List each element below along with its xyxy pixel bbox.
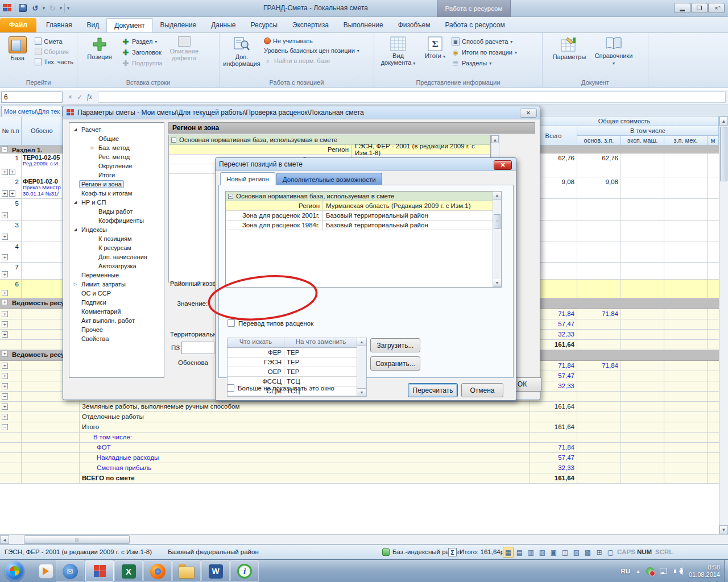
vertical-scrollbar[interactable]: ▲ ▼ (719, 117, 728, 534)
zagolovok-button[interactable]: ✚Заголовок (122, 48, 163, 56)
view-mode-icon[interactable]: ▤ (514, 547, 525, 558)
view-mode-icon[interactable]: ▦ (503, 547, 514, 558)
tree-item[interactable]: Баз. метод (69, 143, 164, 152)
scroll-up-icon[interactable]: ▲ (493, 192, 501, 199)
ribbon-tab[interactable]: Документ (106, 18, 152, 32)
tree-item[interactable]: Лимит. затраты (69, 280, 164, 289)
replace-column-header[interactable]: На что заменить (284, 338, 357, 347)
tree-item[interactable]: Виды работ (69, 207, 164, 216)
position-button[interactable]: Позиция (81, 35, 118, 78)
confirm-entry-icon[interactable]: ✓ (77, 93, 82, 101)
references-button[interactable]: Справочники ▾ (592, 35, 636, 78)
scroll-up-icon[interactable]: ▲ (719, 117, 728, 126)
grid-group-row[interactable]: − Основная нормативная база, используема… (226, 192, 501, 201)
undo-icon[interactable]: ↺ (30, 3, 40, 13)
tree-item[interactable]: Прочее (69, 325, 164, 334)
view-mode-icon[interactable]: ▨ (571, 547, 582, 558)
tray-expand-icon[interactable]: ▲ (636, 569, 640, 574)
tree-item[interactable]: Доп. начисления (69, 252, 164, 261)
recalc-dialog-titlebar[interactable]: Пересчет позиций в смете (216, 158, 516, 171)
expand-icon[interactable]: + (2, 311, 8, 317)
table-row[interactable]: − Итого 161,64 (0, 422, 719, 433)
tech-part-button[interactable]: Тех. часть (35, 58, 73, 65)
expand-icon[interactable]: + (2, 271, 8, 277)
extra-info-button[interactable]: Доп. информация (223, 35, 260, 78)
tree-item[interactable]: Коэффициенты (69, 216, 164, 225)
base-button[interactable]: База (3, 35, 31, 78)
view-mode-icon[interactable]: ▩ (582, 547, 593, 558)
ignore-button[interactable]: Не учитывать (264, 38, 359, 44)
base-price-level-button[interactable]: Уровень базисных цен позиции▾ (264, 47, 359, 54)
maximize-button[interactable] (691, 3, 708, 13)
horizontal-scrollbar[interactable]: ◄ ||| (0, 534, 728, 544)
tree-item[interactable]: Свойства (69, 334, 164, 343)
document-view-button[interactable]: Вид документа ▾ (378, 35, 419, 78)
razdel-button[interactable]: ✚Раздел▾ (122, 38, 163, 45)
table-scrollbar[interactable]: ▲ ▼ (357, 338, 366, 396)
tree-item[interactable]: Коэф-ты к итогам (69, 189, 164, 198)
cancel-entry-icon[interactable]: × (68, 93, 72, 101)
save-button[interactable]: Сохранить... (370, 356, 420, 371)
network-icon[interactable] (660, 568, 668, 575)
ribbon-tab[interactable]: Работа с ресурсом (437, 18, 512, 32)
expand-icon[interactable]: − (2, 393, 8, 400)
translate-types-checkbox[interactable]: Перевод типов расценок (228, 319, 313, 327)
cell-reference-box[interactable]: 6 (1, 92, 63, 103)
expand-icon[interactable]: + (2, 212, 8, 218)
position-totals-button[interactable]: ◉Итоги по позиции▾ (452, 48, 517, 56)
expand-icon[interactable]: − (2, 424, 8, 430)
scrollbar-thumb[interactable] (720, 127, 727, 181)
tree-item[interactable]: Подписи (69, 298, 164, 307)
clock[interactable]: 8:58 01.08.2014 (689, 564, 720, 579)
replace-row[interactable]: ОЕР ТЕР (228, 367, 366, 377)
recalc-dialog-close-button[interactable]: ✕ (494, 160, 512, 170)
tree-item[interactable]: Общие (69, 134, 164, 143)
totals-button[interactable]: Σ Итоги ▾ (422, 35, 448, 78)
expand-icon[interactable]: − (2, 146, 8, 152)
recalc-button[interactable]: Пересчитать (408, 383, 458, 397)
checkbox-icon[interactable] (228, 319, 235, 327)
ribbon-tab[interactable]: Выполнение (336, 18, 391, 32)
tree-item[interactable]: Акт выполн. работ (69, 316, 164, 325)
scroll-left-icon[interactable]: ◄ (0, 535, 9, 544)
calc-method-button[interactable]: ▦Способ расчета▾ (452, 38, 517, 45)
table-row[interactable]: В том числе: (0, 433, 719, 443)
col-incl-header[interactable]: В том числе (577, 126, 719, 136)
sections-button[interactable]: ☰Разделы▾ (452, 59, 517, 67)
dont-show-checkbox[interactable]: Больше не показывать это окно (227, 384, 334, 392)
excel-button[interactable]: X (114, 560, 143, 582)
tray-app-icon[interactable] (646, 567, 654, 575)
tree-item[interactable]: К ресурсам (69, 243, 164, 252)
scroll-up-icon[interactable]: ▲ (491, 135, 499, 143)
word-button[interactable]: W (201, 560, 230, 582)
table-row[interactable]: Накладные расходы 57,47 (0, 453, 719, 463)
tree-item[interactable]: Округление (69, 161, 164, 171)
expand-icon[interactable]: + (9, 190, 15, 197)
tree-item[interactable]: Расчет (69, 125, 164, 134)
tree-toggle-icon[interactable] (72, 127, 79, 132)
tree-item[interactable]: НР и СП (69, 198, 164, 207)
tree-item[interactable]: Автозагрузка (69, 261, 164, 271)
ribbon-tab[interactable]: Главная (39, 18, 80, 32)
grand-smeta-button[interactable] (85, 560, 114, 582)
tree-item[interactable]: К позициям (69, 234, 164, 243)
tree-toggle-icon[interactable] (72, 200, 79, 205)
view-mode-icon[interactable]: ◫ (560, 547, 570, 558)
view-mode-icon[interactable]: ▧ (537, 547, 548, 558)
view-mode-icon[interactable]: ▢ (605, 547, 616, 558)
collapse-icon[interactable]: − (171, 138, 176, 143)
function-icon[interactable]: fx (87, 93, 92, 101)
replace-row[interactable]: ФЕР ТЕР (228, 348, 366, 357)
grid-row-zone1[interactable]: Зона для расценок 2001г. Базовый террито… (226, 211, 501, 221)
tab-new-region[interactable]: Новый регион (220, 172, 275, 185)
show-desktop-button[interactable] (724, 560, 728, 582)
collapse-icon[interactable]: − (228, 194, 233, 199)
replace-row[interactable]: ГЭСН ТЕР (228, 357, 366, 367)
ribbon-tab[interactable]: Вид (80, 18, 107, 32)
scroll-down-icon[interactable]: ▼ (719, 525, 728, 534)
grid-row-region[interactable]: Регион Мурманская область (Редакция 2009… (226, 201, 501, 211)
tree-toggle-icon[interactable] (72, 282, 79, 286)
expand-icon[interactable]: + (2, 363, 8, 369)
save-icon[interactable] (18, 3, 28, 13)
params-dialog-close-button[interactable]: ✕ (520, 109, 537, 118)
